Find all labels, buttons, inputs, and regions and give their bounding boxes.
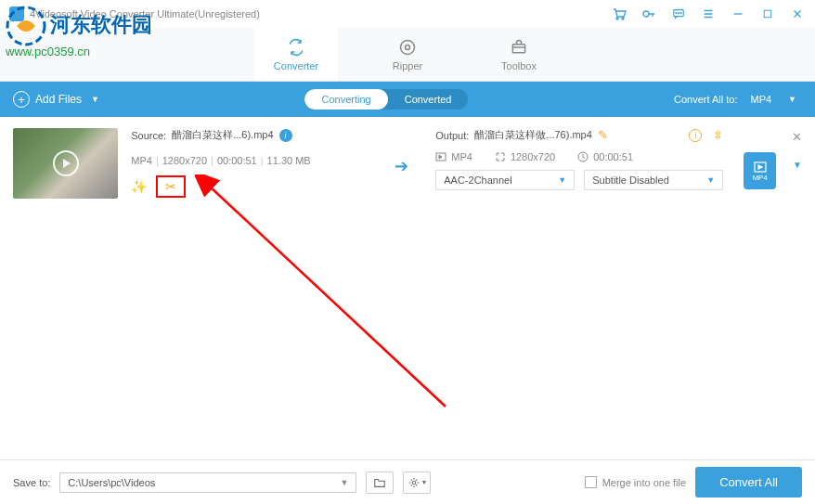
minimize-icon[interactable]: [730, 6, 746, 22]
pencil-icon[interactable]: ✎: [598, 128, 608, 142]
cut-highlight-box: ✂: [156, 175, 186, 198]
subtitle-select[interactable]: Subtitle Disabled ▼: [584, 170, 723, 190]
source-label: Source:: [131, 130, 166, 141]
chevron-down-icon: ▼: [91, 95, 99, 104]
app-icon: [9, 6, 24, 21]
tab-ripper-label: Ripper: [393, 60, 422, 71]
chevron-down-icon: ▼: [558, 175, 566, 185]
output-label: Output:: [435, 130, 469, 141]
subtab-converted[interactable]: Converted: [388, 89, 469, 110]
svg-point-18: [413, 481, 417, 485]
add-files-label: Add Files: [35, 93, 82, 106]
window-title: 4Videosoft Video Converter Ultimate(Unre…: [30, 8, 260, 19]
output-filename: 醋溜白菜这样做...76).mp4: [474, 128, 592, 142]
output-format-spec: MP4: [435, 151, 472, 162]
main-tabs: Converter Ripper Toolbox: [0, 28, 815, 82]
plus-icon: +: [13, 91, 30, 108]
maximize-icon[interactable]: [759, 6, 776, 22]
svg-point-2: [616, 18, 618, 19]
svg-rect-1: [9, 6, 24, 21]
output-format-badge[interactable]: MP4: [744, 152, 776, 189]
convert-all-select[interactable]: MP4 ▼: [744, 92, 802, 107]
merge-checkbox[interactable]: Merge into one file: [585, 476, 687, 488]
titlebar: 4Videosoft Video Converter Ultimate(Unre…: [0, 0, 815, 28]
tab-converter-label: Converter: [274, 60, 318, 71]
tab-toolbox[interactable]: Toolbox: [477, 28, 561, 81]
close-icon[interactable]: [789, 6, 806, 22]
file-row: Source: 醋溜白菜这样...6).mp4 i MP4|1280x720|0…: [13, 128, 802, 199]
sub-tabs: Converting Converted: [304, 89, 468, 110]
svg-point-4: [643, 11, 649, 17]
svg-point-10: [401, 40, 415, 54]
tab-toolbox-label: Toolbox: [501, 60, 537, 71]
format-chevron-icon[interactable]: ▼: [793, 160, 802, 170]
key-icon[interactable]: [640, 6, 657, 22]
convert-all-value: MP4: [750, 94, 771, 105]
save-path-input[interactable]: C:\Users\pc\Videos ▼: [59, 472, 356, 493]
svg-line-17: [209, 186, 446, 407]
output-duration-spec: 00:00:51: [577, 151, 633, 162]
svg-point-6: [676, 13, 677, 14]
toolbar: + Add Files ▼ Converting Converted Conve…: [0, 82, 815, 117]
feedback-icon[interactable]: [670, 6, 687, 22]
settings-button[interactable]: ▾: [403, 472, 431, 494]
menu-icon[interactable]: [700, 6, 717, 22]
chevron-down-icon: ▼: [706, 175, 715, 185]
chevron-down-icon: ▼: [788, 95, 796, 104]
file-list: ✕ Source: 醋溜白菜这样...6).mp4 i MP4|1280x720…: [0, 117, 815, 470]
source-meta: MP4|1280x720|00:00:51|11.30 MB: [131, 155, 382, 166]
svg-rect-12: [512, 44, 524, 52]
svg-point-3: [622, 18, 624, 19]
output-resolution-spec: 1280x720: [495, 151, 555, 162]
compress-icon[interactable]: ⇳: [713, 128, 723, 142]
convert-all-label: Convert All to:: [674, 94, 737, 105]
svg-point-8: [680, 13, 681, 14]
video-thumbnail[interactable]: [13, 128, 118, 199]
arrow-right-icon: ➔: [395, 128, 422, 176]
play-icon: [53, 150, 79, 176]
subtab-converting[interactable]: Converting: [304, 89, 387, 110]
svg-rect-9: [764, 10, 771, 18]
tab-converter[interactable]: Converter: [254, 28, 338, 81]
annotation-arrow: [195, 174, 455, 416]
output-info-icon[interactable]: i: [689, 129, 702, 142]
checkbox-icon: [585, 476, 597, 488]
svg-point-7: [679, 13, 679, 14]
svg-point-11: [406, 45, 410, 49]
audio-select[interactable]: AAC-2Channel ▼: [435, 170, 575, 190]
browse-folder-button[interactable]: [366, 472, 394, 494]
scissors-icon[interactable]: ✂: [165, 179, 176, 194]
save-to-label: Save to:: [13, 477, 50, 488]
add-files-button[interactable]: + Add Files ▼: [13, 91, 99, 108]
tab-ripper[interactable]: Ripper: [366, 28, 449, 81]
effects-icon[interactable]: ✨: [131, 179, 147, 194]
info-icon[interactable]: i: [279, 129, 292, 142]
source-filename: 醋溜白菜这样...6).mp4: [172, 128, 273, 142]
chevron-down-icon: ▼: [340, 478, 348, 487]
cart-icon[interactable]: [611, 6, 627, 22]
convert-all-button[interactable]: Convert All: [695, 467, 802, 498]
bottombar: Save to: C:\Users\pc\Videos ▼ ▾ Merge in…: [0, 459, 815, 504]
